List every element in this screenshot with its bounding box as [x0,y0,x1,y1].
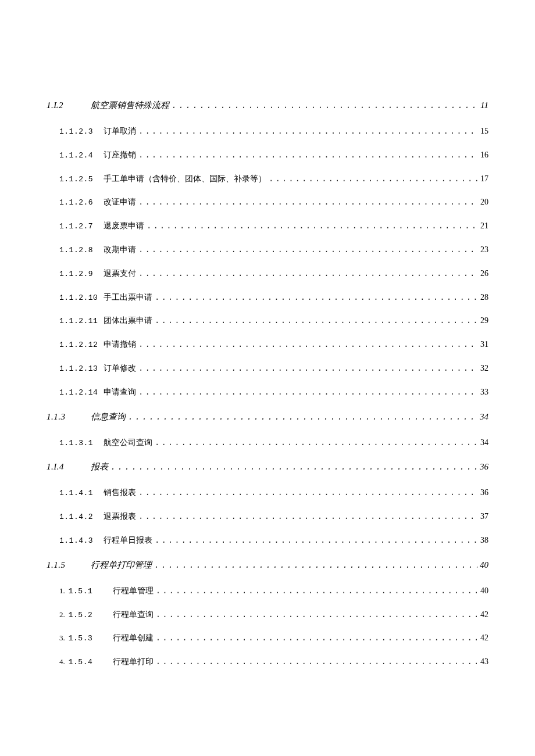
toc-title: 退票支付 [104,267,136,280]
toc-item-row: 1.1.2.7退废票申请21 [47,220,488,233]
toc-number: 1.1.2.9 [59,268,104,281]
toc-dot-leader [138,510,478,523]
toc-page-number: 38 [480,534,488,547]
toc-item-row: 1.1.2.12申请撤销31 [47,338,488,352]
toc-item-row: 1.1.2.8改期申请23 [47,243,488,257]
toc-item-row: 1.1.5.1行程单管理40 [47,585,488,598]
toc-page: 1.L2航空票销售特殊流程111.1.2.3订单取消151.1.2.4订座撤销1… [0,0,535,669]
toc-page-number: 37 [480,510,488,523]
toc-number: 1.1.2.7 [59,221,104,233]
toc-item-row: 1.1.4.1销售报表36 [47,486,488,500]
toc-number: 1.1.2.8 [59,245,104,257]
toc-number: 1.5.1 [69,586,113,598]
toc-title: 手工单申请（含特价、团体、国际、补录等） [104,173,266,185]
toc-number: 1.1.2.14 [59,387,104,399]
toc-page-number: 28 [480,291,488,304]
toc-number: 1.1.3.1 [59,438,104,450]
toc-page-number: 16 [480,149,488,162]
toc-page-number: 34 [480,410,488,424]
toc-title: 航空公司查询 [104,436,152,449]
toc-number: 1.5.3 [69,633,113,645]
toc-dot-leader [128,411,477,425]
toc-title: 手工出票申请 [104,291,152,304]
toc-item-row: 1.1.2.14申请查询33 [47,386,488,399]
toc-page-number: 33 [480,386,488,399]
toc-dot-leader [155,436,478,449]
toc-item-row: 1.1.2.5手工单申请（含特价、团体、国际、补录等）17 [47,173,488,186]
toc-list-prefix: 1. [59,585,65,597]
toc-page-number: 17 [480,173,488,185]
toc-number: 1.5.4 [69,657,113,669]
toc-number: 1.L2 [47,98,91,112]
toc-dot-leader [156,632,478,644]
toc-page-number: 43 [480,655,488,668]
toc-dot-leader [138,386,478,399]
toc-dot-leader [156,655,478,668]
toc-page-number: 15 [480,125,488,138]
toc-dot-leader [155,291,478,304]
toc-dot-leader [138,267,478,280]
toc-section-row: 1.I.4报表36 [47,460,488,475]
toc-dot-leader [138,149,478,162]
toc-section-row: 1.1.5行程单打印管理40 [47,558,488,573]
toc-item-row: 1.1.4.2退票报表37 [47,510,488,524]
toc-number: 1.1.4.2 [59,511,104,524]
toc-title: 行程单打印 [113,655,154,668]
toc-item-row: 1.1.2.6改证申请20 [47,196,488,209]
toc-dot-leader [269,173,478,185]
toc-title: 报表 [91,460,108,474]
toc-title: 退废票申请 [104,220,144,232]
toc-dot-leader [172,99,478,113]
toc-item-row: 1.1.2.10手工出票申请28 [47,291,488,304]
toc-page-number: 42 [480,608,488,621]
toc-title: 行程单查询 [113,608,154,621]
toc-page-number: 29 [480,314,488,327]
toc-number: 1.I.4 [47,460,91,474]
toc-title: 航空票销售特殊流程 [91,98,169,112]
toc-number: 1.1.2.3 [59,126,104,138]
toc-page-number: 26 [480,267,488,280]
toc-title: 改证申请 [104,196,136,209]
toc-number: 1.1.2.11 [59,316,104,328]
toc-item-row: 3.1.5.3行程单创建42 [47,632,488,645]
toc-page-number: 23 [480,243,488,256]
toc-dot-leader [155,314,478,327]
toc-page-number: 34 [480,436,488,449]
toc-dot-leader [155,534,478,547]
toc-dot-leader [138,486,478,499]
toc-page-number: 21 [480,220,488,232]
toc-number: 1.1.4.1 [59,488,104,500]
toc-title: 改期申请 [104,243,136,256]
toc-number: 1.1.5 [47,558,91,572]
toc-dot-leader [154,559,477,573]
toc-title: 订单取消 [104,125,136,138]
toc-item-row: 1.1.2.11团体出票申请29 [47,314,488,328]
toc-page-number: 11 [480,98,488,112]
toc-section-row: 1.1.3信息查询34 [47,410,488,425]
toc-item-row: 1.1.2.13订单修改32 [47,362,488,375]
toc-number: 1.1.2.13 [59,363,104,375]
toc-dot-leader [110,461,477,475]
toc-title: 行程单创建 [113,632,154,644]
toc-list-prefix: 3. [59,632,65,644]
toc-section-row: 1.L2航空票销售特殊流程11 [47,98,488,113]
toc-title: 申请查询 [104,386,136,399]
toc-dot-leader [138,338,478,351]
toc-item-row: 1.1.3.1航空公司查询34 [47,436,488,450]
toc-page-number: 36 [480,460,488,474]
toc-dot-leader [156,608,478,621]
toc-page-number: 36 [480,486,488,499]
toc-item-row: 2.1.5.2行程单查询42 [47,608,488,622]
toc-page-number: 42 [480,632,488,644]
toc-dot-leader [147,220,478,232]
toc-list-prefix: 4. [59,656,65,668]
toc-dot-leader [138,243,478,256]
toc-page-number: 40 [480,585,488,597]
toc-title: 申请撤销 [104,338,136,351]
toc-item-row: 4.1.5.4行程单打印43 [47,655,488,669]
toc-item-row: 1.1.2.4订座撤销16 [47,149,488,162]
toc-number: 1.1.4.3 [59,535,104,547]
toc-dot-leader [138,196,478,209]
toc-page-number: 32 [480,362,488,375]
toc-page-number: 40 [480,558,488,572]
